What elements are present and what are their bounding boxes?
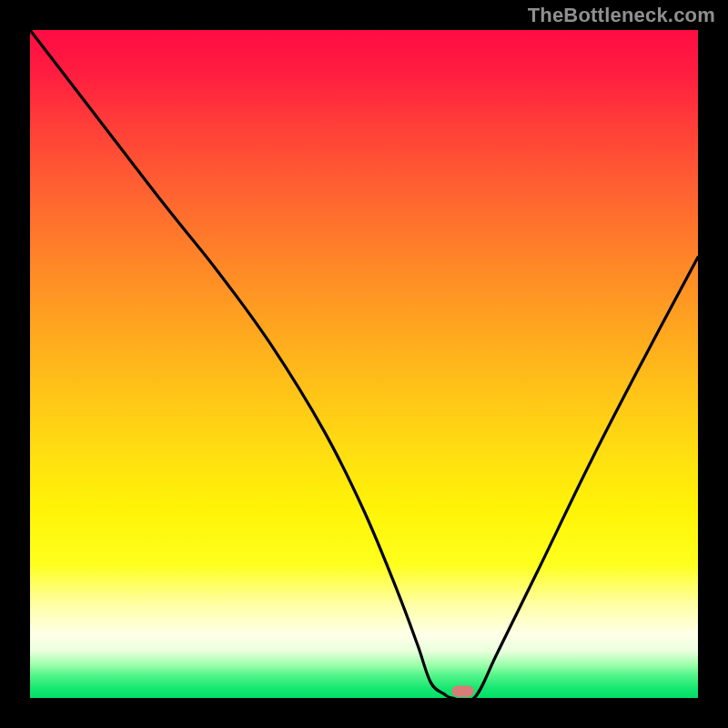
- bottleneck-chart: [0, 0, 728, 728]
- optimal-zone-marker: [452, 685, 474, 696]
- plot-background: [30, 30, 698, 698]
- chart-container: { "watermark": "TheBottleneck.com", "cha…: [0, 0, 728, 728]
- watermark-text: TheBottleneck.com: [528, 4, 715, 27]
